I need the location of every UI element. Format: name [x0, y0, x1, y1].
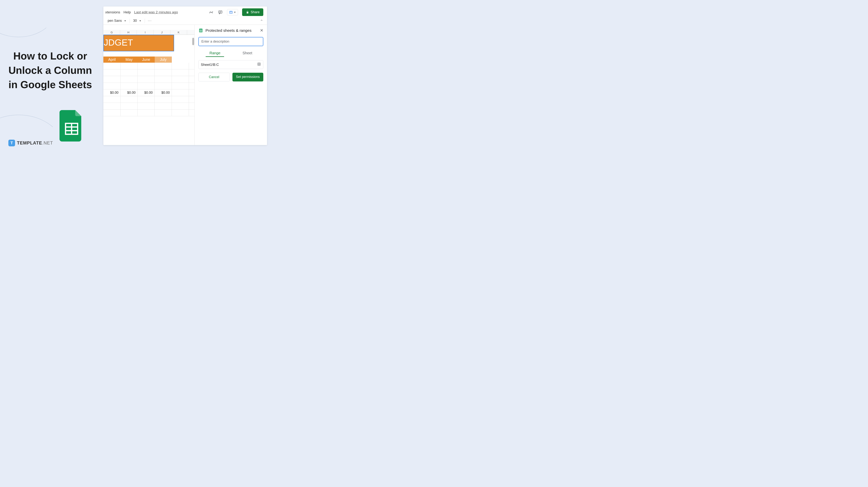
activity-icon[interactable]	[209, 10, 214, 15]
brand-icon: T	[8, 140, 15, 146]
range-value: Sheet1!B:C	[201, 63, 219, 67]
cell[interactable]	[103, 63, 121, 69]
cell[interactable]	[137, 103, 155, 109]
menu-bar: xtensions Help Last edit was 2 minutes a…	[105, 10, 178, 14]
column-header[interactable]: I	[137, 30, 154, 35]
svg-rect-8	[247, 12, 248, 13]
scrollbar-thumb[interactable]	[192, 38, 194, 45]
cell[interactable]	[172, 69, 189, 76]
content-row: G H I J K JDGET April May June July $0.0…	[103, 25, 267, 145]
tab-range[interactable]: Range	[206, 50, 224, 57]
tab-sheet[interactable]: Sheet	[239, 50, 256, 57]
data-grid: $0.00 $0.00 $0.00 $0.00	[103, 63, 194, 116]
present-button[interactable]: ▼	[227, 9, 238, 16]
column-header[interactable]: K	[170, 30, 187, 35]
font-selector[interactable]: pen Sans ▼	[106, 19, 128, 23]
panel-title: Protected sheets & ranges	[206, 28, 258, 33]
svg-rect-4	[219, 11, 222, 13]
share-label: Share	[251, 10, 259, 14]
select-range-icon[interactable]	[257, 62, 261, 67]
divider	[145, 19, 145, 23]
cell[interactable]	[137, 96, 155, 103]
comments-icon[interactable]	[218, 10, 223, 15]
column-header[interactable]: H	[120, 30, 137, 35]
panel-header: Protected sheets & ranges ✕	[198, 28, 263, 33]
cell[interactable]	[121, 96, 137, 103]
cell[interactable]	[172, 83, 189, 89]
month-header-row: April May June July	[103, 57, 194, 63]
cell[interactable]	[121, 76, 137, 83]
sheets-icon	[198, 28, 203, 33]
month-cell[interactable]: April	[103, 57, 121, 63]
cell[interactable]	[172, 63, 189, 69]
cell[interactable]	[172, 103, 189, 109]
column-header[interactable]: G	[103, 30, 120, 35]
cell[interactable]	[121, 69, 137, 76]
set-permissions-button[interactable]: Set permissions	[232, 73, 264, 82]
share-button[interactable]: Share	[242, 8, 263, 16]
cell[interactable]: $0.00	[121, 89, 137, 96]
cell[interactable]	[121, 83, 137, 89]
cell[interactable]	[103, 76, 121, 83]
article-title: How to Lock or Unlock a Column in Google…	[6, 49, 95, 92]
cell[interactable]	[172, 96, 189, 103]
cell[interactable]: $0.00	[155, 89, 172, 96]
cell[interactable]	[137, 83, 155, 89]
menu-extensions[interactable]: xtensions	[105, 10, 120, 14]
column-headers: G H I J K	[103, 30, 194, 35]
cell[interactable]	[103, 103, 121, 109]
more-options-icon[interactable]: ···	[147, 19, 153, 23]
dropdown-caret-icon: ▼	[124, 20, 126, 22]
collapse-toolbar-icon[interactable]	[260, 19, 263, 23]
cell[interactable]	[137, 110, 155, 116]
cell[interactable]	[103, 110, 121, 116]
cell[interactable]	[121, 103, 137, 109]
sheet-title-banner[interactable]: JDGET	[103, 35, 174, 51]
cell[interactable]	[172, 110, 189, 116]
font-size-selector[interactable]: 30 ▼	[132, 19, 143, 23]
cell[interactable]	[103, 69, 121, 76]
menu-help[interactable]: Help	[123, 10, 131, 14]
cell[interactable]: $0.00	[137, 89, 155, 96]
google-sheets-logo	[60, 110, 84, 142]
range-input[interactable]: Sheet1!B:C	[198, 60, 263, 69]
cell[interactable]	[155, 110, 172, 116]
protected-ranges-panel: Protected sheets & ranges ✕ Enter a desc…	[194, 25, 267, 145]
cancel-button[interactable]: Cancel	[198, 73, 230, 82]
panel-buttons: Cancel Set permissions	[198, 73, 263, 82]
toolbar: pen Sans ▼ 30 ▼ ···	[103, 17, 267, 25]
top-bar: xtensions Help Last edit was 2 minutes a…	[103, 6, 267, 17]
cell[interactable]	[137, 63, 155, 69]
cell[interactable]	[121, 63, 137, 69]
spreadsheet-area[interactable]: G H I J K JDGET April May June July $0.0…	[103, 25, 194, 145]
dropdown-caret-icon: ▼	[234, 11, 236, 13]
brand-text: TEMPLATE.NET	[17, 141, 53, 146]
last-edit-link[interactable]: Last edit was 2 minutes ago	[134, 10, 178, 14]
cell[interactable]	[155, 83, 172, 89]
cell[interactable]	[103, 96, 121, 103]
close-icon[interactable]: ✕	[260, 28, 263, 33]
month-cell[interactable]: June	[137, 57, 155, 63]
google-sheets-window: xtensions Help Last edit was 2 minutes a…	[103, 6, 267, 145]
description-input[interactable]: Enter a description	[198, 37, 263, 46]
cell[interactable]	[155, 69, 172, 76]
cell[interactable]	[155, 63, 172, 69]
cell[interactable]	[155, 76, 172, 83]
month-cell[interactable]: May	[121, 57, 137, 63]
cell[interactable]	[155, 96, 172, 103]
left-title-panel: How to Lock or Unlock a Column in Google…	[0, 0, 100, 152]
cell[interactable]: $0.00	[103, 89, 121, 96]
cell[interactable]	[103, 83, 121, 89]
cell[interactable]	[137, 69, 155, 76]
lock-icon	[246, 10, 249, 14]
cell[interactable]	[172, 76, 189, 83]
top-actions: ▼ Share	[209, 8, 263, 16]
month-cell[interactable]: July	[155, 57, 172, 63]
column-header[interactable]: J	[154, 30, 170, 35]
cell[interactable]	[155, 103, 172, 109]
cell[interactable]	[172, 89, 189, 96]
cell[interactable]	[121, 110, 137, 116]
cell[interactable]	[137, 76, 155, 83]
panel-tabs: Range Sheet	[198, 50, 263, 57]
dropdown-caret-icon: ▼	[139, 20, 141, 22]
